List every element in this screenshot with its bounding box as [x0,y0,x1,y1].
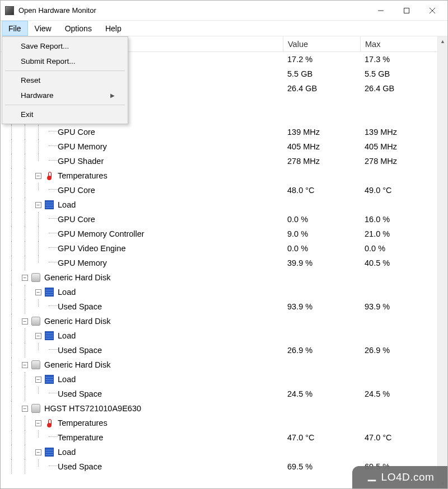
maximize-icon [404,8,409,13]
row-value: 47.0 °C [283,433,360,442]
tree-row[interactable]: GPU Video Engine0.0 %0.0 % [1,241,437,256]
file-hardware[interactable]: Hardware ▶ [4,88,126,103]
tree-toggle[interactable]: − [22,275,28,281]
load-icon [45,200,54,209]
row-label: Generic Hard Disk [44,360,110,369]
scroll-up-icon[interactable]: ▲ [438,36,447,46]
menu-view[interactable]: View [28,21,58,36]
row-value: 0.0 % [283,244,360,253]
tree-row[interactable]: Temperature47.0 °C47.0 °C [1,430,437,445]
tree-row[interactable]: GPU Memory Controller9.0 %21.0 % [1,227,437,241]
header-max[interactable]: Max [360,36,437,51]
file-save-report[interactable]: Save Report... [4,39,126,54]
tree-row[interactable]: GPU Memory39.9 %40.5 % [1,256,437,270]
tree-row[interactable]: Used Space26.9 %26.9 % [1,343,437,358]
tree-row[interactable]: GPU Memory405 MHz405 MHz [1,139,437,154]
tree-row[interactable]: −Temperatures [1,416,437,430]
minimize-button[interactable] [368,2,394,20]
tree-row[interactable]: −Load [1,328,437,343]
menu-file[interactable]: File [2,21,28,36]
tree-row[interactable]: GPU Shader278 MHz278 MHz [1,154,437,168]
menu-options[interactable]: Options [58,21,99,36]
row-max: 26.4 GB [360,84,437,93]
tree-row[interactable]: GPU Core139 MHz139 MHz [1,125,437,139]
tree-row[interactable]: −Load [1,285,437,299]
temp-icon [45,419,54,427]
tree-row[interactable]: −Load [1,372,437,387]
row-max: 40.5 % [360,258,437,267]
tree-row[interactable]: −Load [1,198,437,212]
tree-row[interactable]: −Generic Hard Disk [1,270,437,285]
tree-toggle[interactable]: − [35,289,41,295]
row-label: GPU Core [58,215,95,224]
tree-toggle[interactable]: − [22,362,28,368]
tree-toggle[interactable]: − [22,406,28,412]
tree-row[interactable]: GPU Core48.0 °C49.0 °C [1,183,437,198]
header-value[interactable]: Value [283,36,360,51]
menu-separator [5,105,125,105]
tree-toggle[interactable]: − [35,420,41,426]
row-label: GPU Memory Controller [58,229,144,238]
tree-row[interactable]: GPU Core0.0 %16.0 % [1,212,437,227]
row-label: Load [58,200,76,209]
close-button[interactable] [419,2,445,20]
download-icon [366,471,378,483]
row-max: 139 MHz [360,128,437,137]
watermark-text: LO4D.com [381,471,435,483]
row-max: 49.0 °C [360,186,437,195]
tree-row[interactable]: Used Space93.9 %93.9 % [1,299,437,314]
row-value: 48.0 °C [283,186,360,195]
tree-toggle[interactable]: − [35,202,41,208]
row-label: Used Space [58,462,102,471]
tree-toggle[interactable]: − [35,377,41,383]
load-icon [45,331,54,340]
window-title: Open Hardware Monitor [18,6,368,15]
row-max: 278 MHz [360,157,437,166]
file-reset[interactable]: Reset [4,73,126,88]
row-value: 26.4 GB [283,84,360,93]
file-dropdown: Save Report... Submit Report... Reset Ha… [2,36,128,124]
menu-label: Submit Report... [21,57,76,65]
row-label: Used Space [58,389,102,398]
disk-icon [31,404,40,413]
row-label: GPU Shader [58,157,104,166]
file-exit[interactable]: Exit [4,107,126,122]
row-value: 17.2 % [283,55,360,64]
close-icon [430,8,435,13]
row-label: HGST HTS721010A9E630 [44,404,141,413]
row-value: 139 MHz [283,128,360,137]
load-icon [45,288,54,297]
tree-row[interactable]: −Temperatures [1,168,437,183]
maximize-button[interactable] [394,2,419,20]
tree-toggle[interactable]: − [35,333,41,339]
tree-row[interactable]: −Load [1,445,437,459]
row-max: 26.9 % [360,346,437,355]
tree-row[interactable]: Used Space24.5 %24.5 % [1,387,437,401]
row-max: 21.0 % [360,229,437,238]
menu-help[interactable]: Help [99,21,128,36]
row-label: GPU Core [58,128,95,137]
tree-row[interactable]: −Generic Hard Disk [1,314,437,328]
row-value: 405 MHz [283,142,360,151]
row-max: 93.9 % [360,302,437,311]
temp-icon [45,171,54,180]
window: Open Hardware Monitor File View Options … [0,0,448,489]
tree-row[interactable]: −Generic Hard Disk [1,358,437,372]
vertical-scrollbar[interactable]: ▲ ▼ [437,36,447,488]
tree-toggle[interactable]: − [22,318,28,325]
tree-row[interactable]: −HGST HTS721010A9E630 [1,401,437,416]
file-submit-report[interactable]: Submit Report... [4,54,126,69]
minimize-icon [378,8,384,13]
row-max: 17.3 % [360,55,437,64]
row-label: GPU Video Engine [58,244,125,253]
row-label: GPU Memory [58,142,107,151]
row-label: Used Space [58,302,102,311]
row-label: Temperatures [58,171,108,180]
tree-toggle[interactable]: − [35,173,41,179]
window-controls [368,2,445,20]
row-value: 93.9 % [283,302,360,311]
watermark: LO4D.com [352,466,447,488]
load-icon [45,448,54,457]
menubar: File View Options Help Save Report... Su… [1,21,447,36]
tree-toggle[interactable]: − [35,449,41,455]
